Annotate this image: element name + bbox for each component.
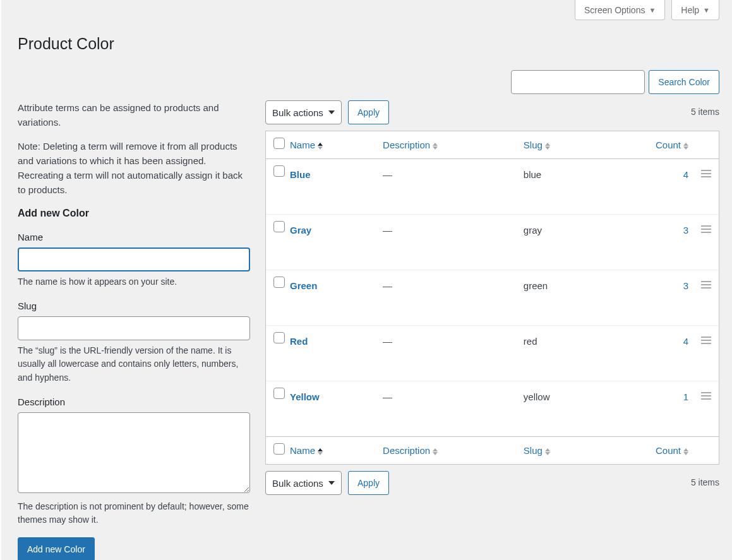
slug-label: Slug — [18, 299, 250, 313]
tablenav-bottom: Bulk actions Apply 5 items — [265, 471, 719, 495]
svg-rect-13 — [701, 395, 711, 396]
svg-rect-1 — [701, 173, 711, 174]
sort-icon — [433, 448, 438, 455]
select-all-top[interactable] — [273, 138, 285, 149]
row-checkbox[interactable] — [273, 221, 285, 232]
description-help: The description is not prominent by defa… — [18, 500, 250, 527]
row-checkbox[interactable] — [273, 388, 285, 399]
term-description: — — [383, 336, 392, 347]
drag-handle-icon[interactable] — [701, 169, 711, 180]
select-all-bottom[interactable] — [273, 443, 285, 455]
svg-rect-7 — [701, 284, 711, 285]
help-label: Help — [681, 5, 699, 15]
col-header-slug[interactable]: Slug — [519, 131, 597, 159]
col-header-description[interactable]: Description — [378, 131, 519, 159]
sort-icon — [318, 143, 323, 150]
term-description: — — [383, 225, 392, 235]
table-row: Yellow—yellow1 — [266, 381, 719, 436]
term-name-link[interactable]: Blue — [290, 169, 311, 180]
tablenav-top: Bulk actions Apply 5 items — [265, 100, 719, 124]
col-footer-description[interactable]: Description — [378, 436, 519, 464]
term-count-link[interactable]: 4 — [683, 169, 688, 180]
drag-handle-icon[interactable] — [701, 336, 711, 347]
svg-rect-9 — [701, 337, 711, 338]
col-header-name[interactable]: Name — [285, 131, 378, 159]
col-footer-slug[interactable]: Slug — [519, 436, 597, 464]
svg-rect-10 — [701, 340, 711, 341]
slug-help: The “slug” is the URL-friendly version o… — [18, 344, 250, 385]
term-description: — — [383, 280, 392, 291]
drag-handle-icon[interactable] — [701, 391, 711, 402]
sort-icon — [318, 448, 323, 455]
table-row: Red—red4 — [266, 325, 719, 381]
svg-rect-3 — [701, 225, 711, 227]
row-checkbox[interactable] — [273, 332, 285, 343]
svg-rect-8 — [701, 287, 711, 289]
term-name-link[interactable]: Gray — [290, 225, 311, 235]
bulk-actions-select-top[interactable]: Bulk actions — [265, 100, 342, 124]
term-name-link[interactable]: Red — [290, 336, 308, 347]
name-help: The name is how it appears on your site. — [18, 275, 250, 289]
svg-rect-12 — [701, 392, 711, 393]
col-footer-name[interactable]: Name — [285, 436, 378, 464]
drag-handle-icon[interactable] — [701, 225, 711, 235]
term-description: — — [383, 169, 392, 180]
term-name-link[interactable]: Yellow — [290, 391, 320, 402]
table-row: Blue—blue4 — [266, 159, 719, 214]
term-count-link[interactable]: 3 — [683, 225, 688, 235]
slug-input[interactable] — [18, 316, 250, 340]
screen-options-label: Screen Options — [584, 5, 645, 15]
apply-button-bottom[interactable]: Apply — [348, 471, 389, 495]
add-new-color-button[interactable]: Add new Color — [18, 537, 95, 560]
screen-meta-links: Screen Options ▼ Help ▼ — [575, 0, 719, 20]
apply-button-top[interactable]: Apply — [348, 100, 389, 124]
name-input[interactable] — [18, 247, 250, 271]
caret-down-icon: ▼ — [649, 7, 656, 14]
svg-rect-11 — [701, 343, 711, 344]
svg-rect-6 — [701, 281, 711, 282]
term-description: — — [383, 391, 392, 402]
svg-rect-4 — [701, 229, 711, 230]
intro-text: Attribute terms can be assigned to produ… — [18, 100, 250, 130]
term-name-link[interactable]: Green — [290, 280, 317, 291]
name-label: Name — [18, 230, 250, 244]
form-column: Attribute terms can be assigned to produ… — [18, 100, 250, 560]
svg-rect-0 — [701, 170, 711, 171]
table-row: Gray—gray3 — [266, 214, 719, 270]
svg-rect-14 — [701, 398, 711, 400]
search-bar: Search Color — [18, 70, 719, 94]
term-slug: gray — [524, 225, 542, 235]
term-count-link[interactable]: 1 — [683, 391, 688, 402]
table-row: Green—green3 — [266, 270, 719, 325]
caret-down-icon: ▼ — [703, 7, 710, 14]
col-footer-count[interactable]: Count — [597, 436, 696, 464]
col-header-count[interactable]: Count — [597, 131, 696, 159]
sort-icon — [683, 448, 688, 455]
sort-icon — [683, 143, 688, 150]
search-input[interactable] — [511, 70, 645, 94]
search-button[interactable]: Search Color — [649, 70, 719, 94]
row-checkbox[interactable] — [273, 277, 285, 288]
term-slug: yellow — [524, 391, 550, 402]
note-text: Note: Deleting a term will remove it fro… — [18, 139, 250, 198]
term-count-link[interactable]: 3 — [683, 280, 688, 291]
items-count-bottom: 5 items — [691, 477, 719, 489]
sort-icon — [545, 143, 550, 150]
help-button[interactable]: Help ▼ — [671, 0, 719, 20]
description-textarea[interactable] — [18, 412, 250, 493]
sort-icon — [545, 448, 550, 455]
description-label: Description — [18, 395, 250, 408]
bulk-actions-select-bottom[interactable]: Bulk actions — [265, 471, 342, 495]
screen-options-button[interactable]: Screen Options ▼ — [575, 0, 665, 20]
form-heading: Add new Color — [18, 206, 250, 220]
list-column: Bulk actions Apply 5 items Name Descript… — [265, 100, 719, 560]
svg-rect-5 — [701, 232, 711, 233]
svg-rect-2 — [701, 176, 711, 177]
drag-handle-icon[interactable] — [701, 280, 711, 291]
term-slug: green — [524, 280, 548, 291]
term-count-link[interactable]: 4 — [683, 336, 688, 347]
sort-icon — [433, 143, 438, 150]
items-count-top: 5 items — [691, 106, 719, 119]
terms-table: Name Description Slug Count Blue—blue4Gr… — [265, 131, 719, 465]
row-checkbox[interactable] — [273, 165, 285, 177]
